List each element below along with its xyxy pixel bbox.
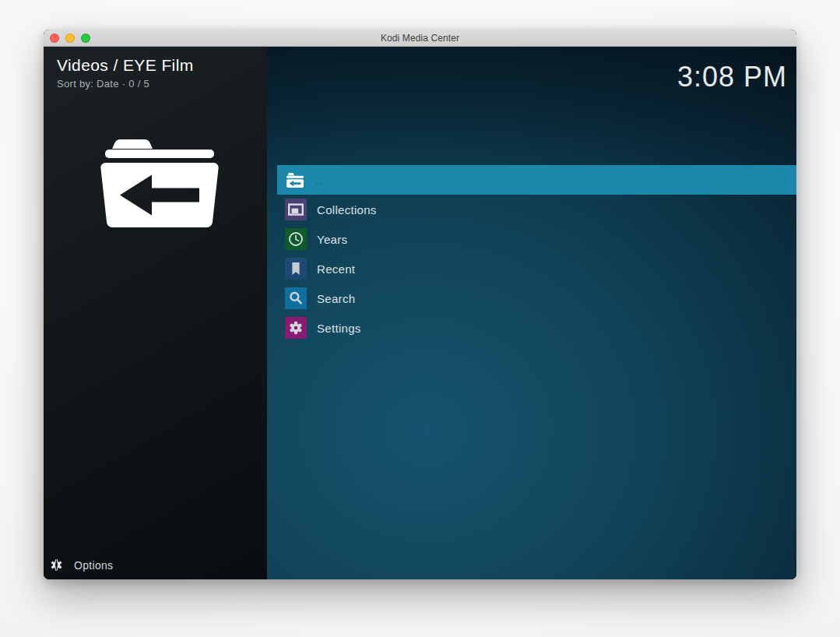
options-label: Options: [74, 559, 113, 572]
menu-item-label: Settings: [317, 322, 361, 335]
folder-back-icon: [285, 172, 305, 188]
menu-list: .. Collections: [267, 165, 796, 343]
list-item-recent[interactable]: Recent: [267, 254, 796, 283]
kodi-window: Kodi Media Center Videos / EYE Film Sort…: [44, 30, 796, 579]
gear-icon: [285, 317, 307, 339]
options-button[interactable]: Options: [50, 558, 113, 572]
window-title: Kodi Media Center: [381, 33, 459, 44]
collections-icon: [285, 199, 307, 220]
list-item-settings[interactable]: Settings: [267, 313, 796, 343]
clock-text: 3:08 PM: [677, 61, 787, 93]
menu-item-label: Years: [317, 233, 347, 246]
clock-icon: [285, 228, 307, 250]
menu-item-label: Recent: [317, 262, 355, 276]
options-gear-icon: [50, 558, 63, 572]
list-item-parent-folder[interactable]: ..: [267, 165, 796, 195]
zoom-button[interactable]: [81, 33, 90, 43]
minimize-button[interactable]: [65, 33, 75, 43]
list-item-search[interactable]: Search: [267, 283, 796, 313]
sidebar: Videos / EYE Film Sort by: Date · 0 / 5: [44, 47, 267, 579]
menu-item-label: Collections: [317, 203, 377, 216]
menu-item-label: ..: [315, 174, 322, 187]
window-titlebar[interactable]: Kodi Media Center: [44, 30, 796, 47]
menu-item-label: Search: [317, 292, 355, 305]
selection-bar: ..: [277, 165, 796, 195]
list-item-years[interactable]: Years: [267, 224, 796, 254]
search-icon: [285, 287, 307, 309]
list-item-collections[interactable]: Collections: [267, 195, 796, 224]
folder-back-art: [97, 139, 222, 229]
main-panel: 3:08 PM ..: [267, 47, 796, 579]
page-title: Videos / EYE Film: [57, 56, 267, 75]
close-button[interactable]: [50, 33, 59, 43]
sort-status: Sort by: Date · 0 / 5: [57, 78, 267, 90]
bookmark-icon: [285, 258, 307, 280]
traffic-lights: [50, 33, 90, 43]
